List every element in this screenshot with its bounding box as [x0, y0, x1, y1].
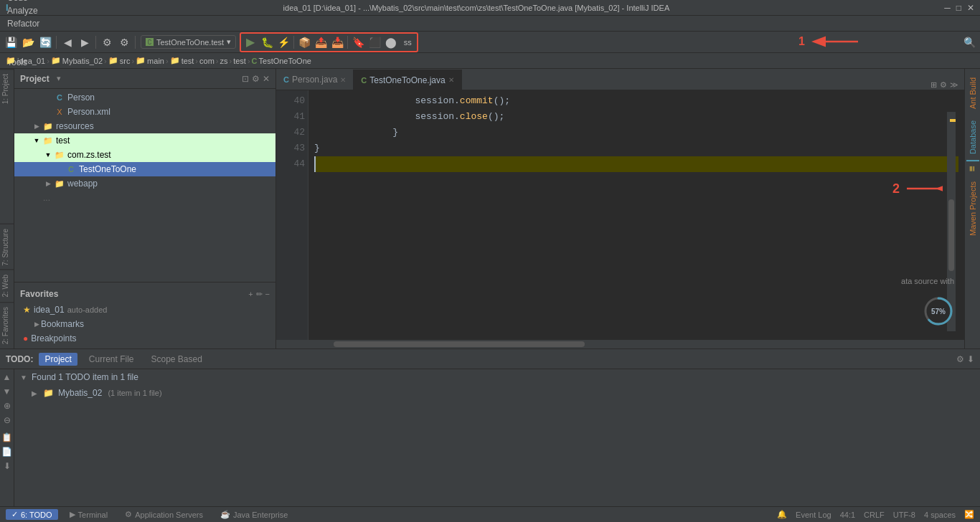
tree-item-person-xml[interactable]: X Person.xml — [14, 105, 275, 119]
tree-item-webapp[interactable]: ▶ 📁 webapp — [14, 176, 275, 191]
breadcrumb-main[interactable]: 📁 main — [136, 56, 164, 65]
menu-item-refactor[interactable]: Refactor — [3, 17, 45, 30]
run-config-dropdown[interactable]: 🅲 TestOneToOne.test ▾ — [141, 35, 236, 49]
debug-button[interactable]: 🐛 — [259, 34, 275, 50]
todo-found-item[interactable]: ▼ Found 1 TODO item in 1 file — [14, 369, 980, 385]
todo-tab-scope-based[interactable]: Scope Based — [146, 353, 208, 366]
breadcrumb-test2[interactable]: test — [233, 57, 246, 65]
tree-item-testonetoone[interactable]: C TestOneToOne — [14, 162, 275, 176]
todo-export-icon[interactable]: ⬇ — [2, 460, 12, 473]
settings-icon[interactable]: ⚙ — [252, 74, 260, 84]
run-buttons-group: ▶ 🐛 ⚡ 📦 📤 📥 🔖 ⬛ ⬤ ss — [240, 32, 418, 52]
hide-icon[interactable]: ✕ — [263, 74, 270, 84]
right-tab-database[interactable]: Database — [966, 115, 979, 161]
tab-web[interactable]: 2: Web — [0, 270, 14, 302]
git-branch[interactable]: 🔀 — [964, 510, 974, 519]
expand-found-icon[interactable]: ▼ — [20, 374, 29, 381]
breadcrumb-src[interactable]: 📁 src — [108, 56, 131, 65]
toolbar-btn-stop[interactable]: ⬛ — [367, 34, 382, 50]
project-dropdown[interactable]: ▾ — [57, 74, 61, 83]
fav-item-breakpoints[interactable]: ● Breakpoints — [14, 331, 275, 346]
tree-item-com-zs-test[interactable]: ▼ 📁 com.zs.test — [14, 148, 275, 162]
expand-mybatis-icon[interactable]: ▶ — [32, 389, 40, 397]
todo-file-icon[interactable]: 📄 — [0, 445, 14, 458]
toolbar-btn-ss[interactable]: ss — [400, 34, 415, 50]
search-everywhere-btn[interactable]: 🔍 — [961, 34, 977, 50]
breadcrumb-zs[interactable]: zs — [220, 57, 227, 65]
code-content[interactable]: session.commit(); session.close(); } } — [308, 90, 964, 340]
status-tab-terminal[interactable]: ▶ Terminal — [64, 509, 114, 520]
todo-close-icon[interactable]: ⬇ — [967, 354, 974, 364]
tree-item-resources[interactable]: ▶ 📁 resources — [14, 119, 275, 133]
todo-expand-icon[interactable]: ⊕ — [2, 399, 12, 412]
cursor-position[interactable]: 44:1 — [840, 511, 855, 519]
tab-close-person[interactable]: ✕ — [340, 76, 346, 84]
toolbar-btn-back[interactable]: ◀ — [60, 34, 75, 50]
window-controls[interactable]: ─ □ ✕ — [944, 3, 974, 13]
breadcrumb-mybatis02[interactable]: 📁 Mybatis_02 — [51, 56, 103, 65]
tab-project[interactable]: 1: Project — [0, 69, 14, 108]
breadcrumb-idea01[interactable]: 📁 idea_01 — [6, 56, 45, 65]
menu-item-analyze[interactable]: Analyze — [3, 4, 45, 17]
toolbar-btn-forward[interactable]: ▶ — [77, 34, 93, 50]
minimize-btn[interactable]: ─ — [944, 3, 951, 13]
todo-settings-icon[interactable]: ⚙ — [956, 354, 964, 364]
tab-person-java[interactable]: C Person.java ✕ — [276, 70, 354, 90]
tree-item-person[interactable]: C Person — [14, 90, 275, 105]
run-coverage-button[interactable]: ⚡ — [275, 34, 291, 50]
status-tab-app-servers[interactable]: ⚙ Application Servers — [119, 509, 209, 520]
breadcrumb-testonetoone[interactable]: C TestOneToOne — [252, 57, 311, 65]
toolbar-btn-sync[interactable]: 🔄 — [37, 34, 53, 50]
collapse-all-icon[interactable]: ⊡ — [242, 74, 249, 84]
right-tab-ant-build[interactable]: Ant Build — [966, 72, 979, 115]
maximize-btn[interactable]: □ — [956, 3, 961, 13]
tab-close-testonetoone[interactable]: ✕ — [448, 76, 454, 84]
toolbar-btn-bookmark[interactable]: 🔖 — [350, 34, 366, 50]
horizontal-scrollbar[interactable] — [276, 340, 964, 348]
remove-fav-icon[interactable]: − — [265, 290, 270, 299]
todo-mybatis02-item[interactable]: ▶ 📁 Mybatis_02 (1 item in 1 file) — [14, 385, 980, 401]
notification-icon[interactable]: 🔔 — [777, 510, 787, 519]
tab-settings-icon[interactable]: ⚙ — [940, 80, 947, 90]
fav-item-idea01[interactable]: ★ idea_01 auto-added — [14, 303, 275, 317]
toolbar-btn-profile[interactable]: ⬤ — [383, 34, 399, 50]
close-btn[interactable]: ✕ — [967, 3, 974, 13]
status-tab-todo[interactable]: ✓ 6: TODO — [6, 509, 58, 520]
toolbar-btn-download[interactable]: 📥 — [329, 34, 345, 50]
run-button[interactable]: ▶ — [242, 34, 258, 50]
tab-favorites[interactable]: 2: Favorites — [0, 302, 14, 348]
favorites-icons: + ✏ − — [248, 290, 270, 299]
tree-item-test[interactable]: ▼ 📁 test — [14, 133, 275, 148]
code-line-44[interactable] — [314, 156, 958, 172]
todo-sort-icon[interactable]: 📋 — [0, 431, 14, 444]
todo-tab-project[interactable]: Project — [39, 353, 77, 366]
todo-status-label: 6: TODO — [21, 511, 52, 519]
indent-spaces[interactable]: 4 spaces — [924, 511, 956, 519]
toolbar-btn-settings2[interactable]: ⚙ — [116, 34, 132, 50]
todo-collapse-icon[interactable]: ⊖ — [2, 414, 12, 427]
todo-up-icon[interactable]: ▲ — [1, 371, 13, 384]
split-vertically-icon[interactable]: ⊞ — [930, 80, 937, 90]
fav-item-bookmarks[interactable]: ▶ Bookmarks — [14, 317, 275, 331]
v-scroll-thumb[interactable] — [948, 199, 954, 271]
toolbar-btn-settings[interactable]: ⚙ — [99, 34, 115, 50]
line-ending[interactable]: CRLF — [864, 511, 885, 519]
breadcrumb-com[interactable]: com — [199, 57, 215, 65]
toolbar-btn-save[interactable]: 💾 — [3, 34, 19, 50]
add-fav-icon[interactable]: + — [248, 290, 253, 299]
tab-structure[interactable]: 7: Structure — [0, 224, 14, 270]
todo-down-icon[interactable]: ▼ — [1, 385, 13, 398]
right-tab-maven[interactable]: Maven Projects — [966, 176, 979, 242]
todo-tab-current-file[interactable]: Current File — [83, 353, 140, 366]
toolbar-btn-open[interactable]: 📂 — [20, 34, 36, 50]
tab-testonetoone-java[interactable]: C TestOneToOne.java ✕ — [354, 70, 461, 90]
h-scroll-thumb[interactable] — [334, 341, 585, 347]
breadcrumb-test[interactable]: 📁 test — [170, 56, 194, 65]
charset[interactable]: UTF-8 — [893, 511, 915, 519]
edit-fav-icon[interactable]: ✏ — [256, 290, 263, 299]
event-log-label[interactable]: Event Log — [796, 511, 831, 519]
toolbar-btn-upload[interactable]: 📤 — [313, 34, 329, 50]
status-tab-java-enterprise[interactable]: ☕ Java Enterprise — [215, 509, 293, 520]
tab-chevron-icon[interactable]: ≫ — [950, 80, 958, 90]
toolbar-btn-build[interactable]: 📦 — [296, 34, 312, 50]
